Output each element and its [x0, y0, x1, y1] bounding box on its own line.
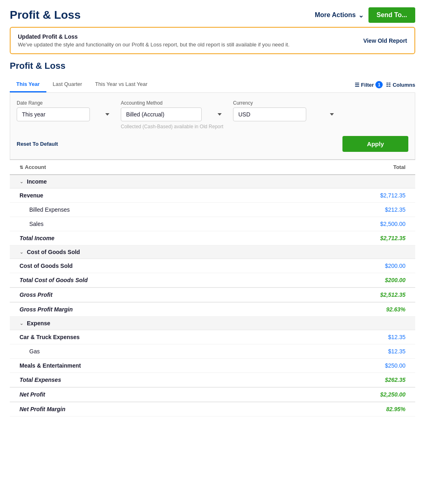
report-title: Profit & Loss — [10, 61, 415, 71]
amount-value: $200.00 — [385, 263, 405, 269]
gross-profit-margin-amount: 92.63% — [386, 306, 405, 313]
net-profit-amount: $2,250.00 — [380, 391, 405, 398]
more-actions-button[interactable]: More Actions ⌄ — [315, 11, 364, 19]
table-row: Billed Expenses $212.35 — [10, 203, 415, 217]
page-header: Profit & Loss More Actions ⌄ Send To... — [0, 0, 425, 27]
filter-lines-icon: ☰ — [355, 82, 360, 88]
table-header: Account Total — [10, 160, 415, 175]
amount-value: $12.35 — [388, 334, 405, 340]
expense-section-header: ⌄ Expense — [10, 317, 415, 330]
total-expenses-row: Total Expenses $262.35 — [10, 373, 415, 387]
expense-section-name: Expense — [27, 320, 50, 327]
reset-to-default-button[interactable]: Reset To Default — [17, 141, 58, 147]
income-section-header: ⌄ Income — [10, 175, 415, 188]
amount-value: $2,500.00 — [380, 221, 405, 227]
net-profit-row: Net Profit $2,250.00 — [10, 387, 415, 402]
currency-wrapper: USD EUR GBP — [233, 107, 339, 121]
total-income-amount: $2,712.35 — [380, 235, 405, 241]
currency-select[interactable]: USD EUR GBP — [233, 107, 306, 121]
income-chevron-icon[interactable]: ⌄ — [20, 179, 24, 184]
banner-title: Updated Profit & Loss — [18, 33, 290, 40]
account-name: Sales — [29, 221, 44, 227]
account-column-header[interactable]: Account — [20, 164, 46, 170]
account-name: Revenue — [20, 192, 43, 199]
chevron-down-icon: ⌄ — [358, 11, 364, 19]
cogs-section-header: ⌄ Cost of Goods Sold — [10, 245, 415, 259]
net-profit-margin-amount: 82.95% — [386, 406, 405, 412]
account-name: Car & Truck Expenses — [20, 334, 80, 340]
send-to-button[interactable]: Send To... — [368, 7, 415, 23]
filter-button[interactable]: ☰ Filter 1 — [355, 81, 383, 88]
total-income-label: Total Income — [20, 235, 54, 241]
total-column-header: Total — [393, 164, 405, 170]
table-row: Sales $2,500.00 — [10, 217, 415, 231]
table-row: Revenue $2,712.35 — [10, 188, 415, 203]
table-row: Gas $12.35 — [10, 344, 415, 359]
filters-panel: Date Range This year Last Quarter This M… — [10, 93, 415, 160]
gross-profit-margin-row: Gross Profit Margin 92.63% — [10, 302, 415, 317]
total-cogs-label: Total Cost of Goods Sold — [20, 277, 87, 283]
date-range-label: Date Range — [17, 100, 114, 106]
banner-description: We've updated the style and functionalit… — [18, 42, 290, 48]
total-cogs-amount: $200.00 — [385, 277, 405, 283]
tab-this-year-vs-last-year[interactable]: This Year vs Last Year — [89, 77, 154, 92]
expense-chevron-icon[interactable]: ⌄ — [20, 320, 24, 326]
account-name: Billed Expenses — [29, 206, 70, 213]
notification-banner: Updated Profit & Loss We've updated the … — [10, 27, 415, 54]
accounting-method-select[interactable]: Billed (Accrual) Collected (Cash-Based) — [121, 107, 202, 121]
total-expenses-amount: $262.35 — [385, 377, 405, 383]
filter-area: ☰ Filter 1 ☷ Columns — [355, 81, 415, 88]
amount-value: $250.00 — [385, 362, 405, 369]
amount-value: $212.35 — [385, 206, 405, 213]
tab-this-year[interactable]: This Year — [10, 77, 46, 92]
gross-profit-amount: $2,512.35 — [380, 291, 405, 298]
account-name: Meals & Entertainment — [20, 362, 81, 369]
cogs-chevron-icon[interactable]: ⌄ — [20, 249, 24, 255]
date-range-wrapper: This year Last Quarter This Month Custom — [17, 107, 114, 121]
accounting-method-wrapper: Billed (Accrual) Collected (Cash-Based) — [121, 107, 227, 121]
accounting-method-group: Accounting Method Billed (Accrual) Colle… — [121, 100, 227, 129]
columns-button[interactable]: ☷ Columns — [386, 82, 415, 88]
gross-profit-label: Gross Profit — [20, 291, 52, 298]
page-title: Profit & Loss — [10, 9, 81, 22]
filter-label: Filter — [361, 82, 374, 88]
accounting-method-label: Accounting Method — [121, 100, 227, 106]
net-profit-margin-row: Net Profit Margin 82.95% — [10, 402, 415, 416]
view-old-report-button[interactable]: View Old Report — [363, 37, 407, 44]
cash-based-note: Collected (Cash-Based) available in Old … — [121, 124, 227, 129]
apply-button[interactable]: Apply — [342, 136, 408, 152]
filter-count-badge: 1 — [375, 81, 383, 88]
report-section: Profit & Loss This Year Last Quarter Thi… — [0, 61, 425, 416]
table-row: Meals & Entertainment $250.00 — [10, 359, 415, 373]
account-name: Gas — [29, 348, 40, 355]
date-range-group: Date Range This year Last Quarter This M… — [17, 100, 114, 121]
cogs-section-name: Cost of Goods Sold — [27, 249, 80, 255]
filters-row: Date Range This year Last Quarter This M… — [17, 100, 408, 129]
total-income-row: Total Income $2,712.35 — [10, 231, 415, 245]
total-cogs-row: Total Cost of Goods Sold $200.00 — [10, 273, 415, 287]
sort-icon — [20, 164, 23, 170]
amount-value: $12.35 — [388, 348, 405, 355]
table-row: Car & Truck Expenses $12.35 — [10, 330, 415, 344]
tabs-bar: This Year Last Quarter This Year vs Last… — [10, 77, 415, 93]
banner-text: Updated Profit & Loss We've updated the … — [18, 33, 290, 48]
columns-icon: ☷ — [386, 82, 391, 88]
table-row: Cost of Goods Sold $200.00 — [10, 259, 415, 273]
currency-group: Currency USD EUR GBP — [233, 100, 339, 121]
date-range-select[interactable]: This year Last Quarter This Month Custom — [17, 107, 90, 121]
total-expenses-label: Total Expenses — [20, 377, 61, 383]
net-profit-label: Net Profit — [20, 391, 45, 398]
income-section-name: Income — [27, 178, 47, 185]
gross-profit-row: Gross Profit $2,512.35 — [10, 287, 415, 302]
header-actions: More Actions ⌄ Send To... — [315, 7, 415, 23]
currency-label: Currency — [233, 100, 339, 106]
account-name: Cost of Goods Sold — [20, 263, 73, 269]
net-profit-margin-label: Net Profit Margin — [20, 406, 65, 412]
amount-value: $2,712.35 — [380, 192, 405, 199]
filters-footer: Reset To Default Apply — [17, 136, 408, 152]
tab-last-quarter[interactable]: Last Quarter — [46, 77, 89, 92]
gross-profit-margin-label: Gross Profit Margin — [20, 306, 73, 313]
columns-label: Columns — [392, 82, 415, 88]
